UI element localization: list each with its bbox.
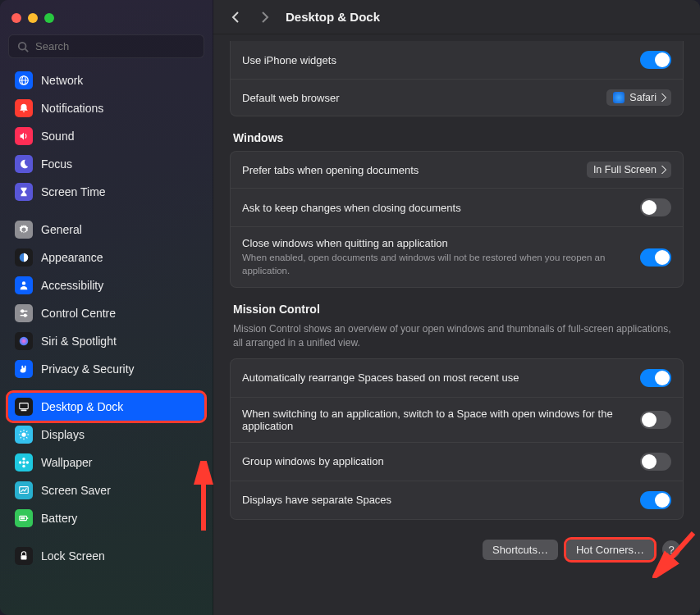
sidebar-item-network[interactable]: Network xyxy=(8,66,204,94)
close-windows-quit-label: Close windows when quitting an applicati… xyxy=(242,237,630,249)
sidebar-item-label: Appearance xyxy=(41,251,103,264)
bell-icon xyxy=(15,99,33,117)
svg-rect-30 xyxy=(27,517,28,519)
sidebar-item-siri[interactable]: Siri & Spotlight xyxy=(8,327,204,355)
sidebar-item-label: Battery xyxy=(41,512,77,525)
close-windows-quit-desc: When enabled, open documents and windows… xyxy=(242,252,630,277)
sidebar-item-controlcentre[interactable]: Control Centre xyxy=(8,299,204,327)
widgets-browser-panel: Use iPhone widgets Default web browser S… xyxy=(230,41,684,116)
svg-point-26 xyxy=(19,461,22,464)
battery-icon xyxy=(15,509,33,527)
svg-point-27 xyxy=(26,461,30,464)
auto-rearrange-label: Automatically rearrange Spaces based on … xyxy=(242,371,630,384)
use-iphone-widgets-toggle[interactable] xyxy=(640,51,671,69)
svg-point-14 xyxy=(21,432,25,436)
sidebar-item-label: Wallpaper xyxy=(41,456,93,469)
separate-spaces-label: Displays have separate Spaces xyxy=(242,494,630,506)
speaker-icon xyxy=(15,127,33,145)
sidebar-item-sound[interactable]: Sound xyxy=(8,122,204,150)
close-windows-quit-row: Close windows when quitting an applicati… xyxy=(231,227,683,287)
page-title: Desktop & Dock xyxy=(286,10,380,24)
svg-point-25 xyxy=(22,465,25,468)
svg-point-23 xyxy=(22,461,25,464)
sidebar-item-label: Focus xyxy=(41,157,72,171)
sun-icon xyxy=(15,426,33,444)
mission-control-title: Mission Control xyxy=(233,303,680,316)
sidebar-item-label: Desktop & Dock xyxy=(41,400,123,413)
prefer-tabs-select[interactable]: In Full Screen xyxy=(587,162,671,178)
group-windows-row: Group windows by application xyxy=(231,443,683,481)
mission-control-desc: Mission Control shows an overview of you… xyxy=(233,322,680,350)
ask-keep-changes-toggle[interactable] xyxy=(640,198,671,216)
group-windows-toggle[interactable] xyxy=(640,453,671,471)
sidebar-item-appearance[interactable]: Appearance xyxy=(8,244,204,271)
windows-panel: Prefer tabs when opening documents In Fu… xyxy=(230,151,684,288)
moon-icon xyxy=(15,155,33,173)
separate-spaces-toggle[interactable] xyxy=(640,491,671,509)
sidebar-item-label: Siri & Spotlight xyxy=(41,335,117,348)
svg-rect-31 xyxy=(21,517,25,520)
sidebar-item-privacy[interactable]: Privacy & Security xyxy=(8,355,204,383)
close-windows-quit-toggle[interactable] xyxy=(640,248,671,266)
globe-icon xyxy=(15,71,33,89)
safari-icon xyxy=(613,92,625,103)
group-windows-label: Group windows by application xyxy=(242,455,630,467)
sidebar-item-desktopdock[interactable]: Desktop & Dock xyxy=(8,393,204,421)
help-button[interactable]: ? xyxy=(662,540,680,558)
sidebar-item-label: Privacy & Security xyxy=(41,362,135,376)
sidebar-item-screensaver[interactable]: Screen Saver xyxy=(8,476,204,504)
sidebar-item-accessibility[interactable]: Accessibility xyxy=(8,271,204,299)
auto-rearrange-toggle[interactable] xyxy=(640,369,671,387)
default-browser-label: Default web browser xyxy=(242,92,597,104)
svg-line-21 xyxy=(21,437,21,438)
sidebar-item-notifications[interactable]: Notifications xyxy=(8,94,204,122)
gear-icon xyxy=(15,221,33,239)
titlebar: Desktop & Dock xyxy=(213,0,700,34)
search-box[interactable] xyxy=(8,34,204,58)
svg-rect-13 xyxy=(21,410,27,412)
appearance-icon xyxy=(15,248,33,266)
prefer-tabs-row: Prefer tabs when opening documents In Fu… xyxy=(231,152,683,189)
sidebar-item-focus[interactable]: Focus xyxy=(8,150,204,178)
switch-space-label: When switching to an application, switch… xyxy=(242,408,630,432)
forward-button[interactable] xyxy=(258,11,271,24)
svg-point-6 xyxy=(22,281,25,285)
use-iphone-widgets-row: Use iPhone widgets xyxy=(231,41,683,80)
close-window-button[interactable] xyxy=(11,13,21,23)
content-area: Desktop & Dock Use iPhone widgets Defaul… xyxy=(213,0,700,615)
svg-point-0 xyxy=(19,42,26,49)
sidebar-item-label: Lock Screen xyxy=(41,549,105,563)
sidebar-item-label: Control Centre xyxy=(41,307,116,320)
minimize-window-button[interactable] xyxy=(28,13,38,23)
traffic-lights xyxy=(8,10,204,34)
hot-corners-button[interactable]: Hot Corners… xyxy=(566,540,654,560)
auto-rearrange-row: Automatically rearrange Spaces based on … xyxy=(231,359,683,398)
ask-keep-changes-label: Ask to keep changes when closing documen… xyxy=(242,202,630,214)
sidebar-item-displays[interactable]: Displays xyxy=(8,421,204,449)
sidebar-item-label: Notifications xyxy=(41,102,103,115)
svg-rect-12 xyxy=(20,403,29,409)
shortcuts-button[interactable]: Shortcuts… xyxy=(483,540,558,560)
ask-keep-changes-row: Ask to keep changes when closing documen… xyxy=(231,189,683,227)
siri-icon xyxy=(15,332,33,350)
default-browser-select[interactable]: Safari xyxy=(606,89,671,106)
svg-line-19 xyxy=(21,431,21,432)
sidebar-item-wallpaper[interactable]: Wallpaper xyxy=(8,449,204,476)
search-input[interactable] xyxy=(35,40,195,52)
back-button[interactable] xyxy=(230,11,243,24)
fullscreen-window-button[interactable] xyxy=(44,13,54,23)
sidebar-item-lockscreen[interactable]: Lock Screen xyxy=(8,542,204,570)
sidebar-item-screentime[interactable]: Screen Time xyxy=(8,178,204,206)
default-browser-row: Default web browser Safari xyxy=(231,80,683,116)
sidebar: NetworkNotificationsSoundFocusScreen Tim… xyxy=(0,0,213,615)
default-browser-value: Safari xyxy=(629,92,657,103)
lock-icon xyxy=(15,547,33,565)
bottom-button-bar: Shortcuts… Hot Corners… ? xyxy=(230,535,684,563)
use-iphone-widgets-label: Use iPhone widgets xyxy=(242,54,630,66)
sidebar-item-label: Screen Saver xyxy=(41,484,111,497)
switch-space-row: When switching to an application, switch… xyxy=(231,398,683,443)
mission-control-panel: Automatically rearrange Spaces based on … xyxy=(230,358,684,520)
sidebar-item-general[interactable]: General xyxy=(8,216,204,244)
sidebar-item-battery[interactable]: Battery xyxy=(8,504,204,532)
switch-space-toggle[interactable] xyxy=(640,411,671,429)
